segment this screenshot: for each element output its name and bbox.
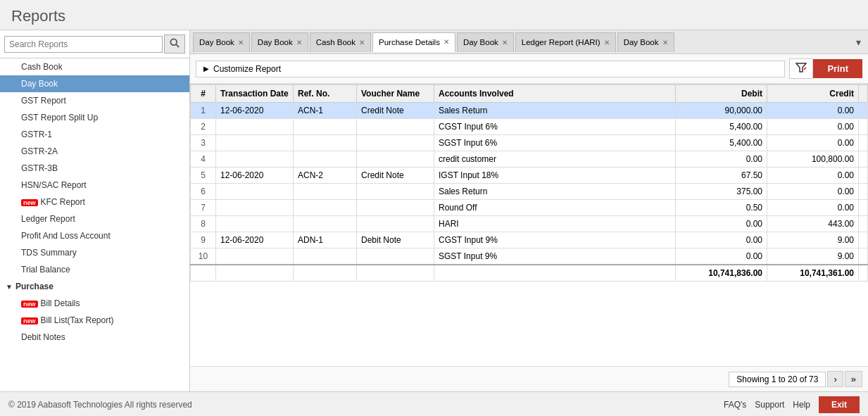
cell-voucher: Credit Note [357, 168, 434, 184]
cell-credit: 443.00 [767, 216, 859, 232]
cell-account: Sales Return [434, 184, 676, 200]
tab-1[interactable]: Day Book ✕ [251, 32, 308, 52]
footer-copyright: © 2019 Aabasoft Technologies All rights … [8, 400, 192, 410]
cell-credit: 0.00 [767, 200, 859, 216]
sidebar-item-billtax[interactable]: newBill List(Tax Report) [0, 312, 189, 329]
tab-close-5[interactable]: ✕ [604, 39, 610, 46]
total-credit: 10,741,361.00 [767, 265, 859, 282]
sidebar-item-daybook[interactable]: Day Book [0, 75, 189, 92]
tab-close-1[interactable]: ✕ [296, 39, 302, 46]
right-panel: Day Book ✕ Day Book ✕ Cash Book ✕ Purcha… [190, 30, 868, 391]
total-debit: 10,741,836.00 [676, 265, 767, 282]
cell-num: 8 [191, 216, 216, 232]
sidebar-item-debitnotes[interactable]: Debit Notes [0, 329, 189, 346]
sidebar-item-trial[interactable]: Trial Balance [0, 261, 189, 278]
search-button[interactable] [164, 34, 185, 53]
table-container: # Transaction Date Ref. No. Voucher Name… [190, 84, 868, 366]
cell-voucher [357, 216, 434, 232]
sidebar-item-gstreportsplitup[interactable]: GST Report Split Up [0, 109, 189, 126]
table-row[interactable]: 6 Sales Return 375.00 0.00 [191, 184, 868, 200]
customize-report-button[interactable]: ▶ Customize Report [196, 61, 785, 77]
cell-ref [294, 248, 357, 265]
tab-label-6: Day Book [624, 38, 659, 46]
tab-label-5: Ledger Report (HARI) [522, 38, 600, 46]
exit-button[interactable]: Exit [819, 396, 860, 413]
table-body: 1 12-06-2020 ACN-1 Credit Note Sales Ret… [191, 103, 868, 282]
table-row[interactable]: 1 12-06-2020 ACN-1 Credit Note Sales Ret… [191, 103, 868, 119]
cell-num: 10 [191, 248, 216, 265]
sidebar-item-tds[interactable]: TDS Summary [0, 244, 189, 261]
cell-ref [294, 216, 357, 232]
cell-voucher: Credit Note [357, 103, 434, 119]
cell-debit: 5,400.00 [676, 119, 767, 135]
sidebar-item-hsnsac[interactable]: HSN/SAC Report [0, 177, 189, 194]
tab-3[interactable]: Purchase Details ✕ [372, 32, 455, 52]
app-title: Reports [11, 7, 65, 25]
svg-line-1 [176, 44, 179, 47]
col-ref: Ref. No. [294, 85, 357, 103]
cell-voucher [357, 200, 434, 216]
cell-num: 2 [191, 119, 216, 135]
sidebar-item-profitloss[interactable]: Profit And Loss Account [0, 227, 189, 244]
table-row[interactable]: 2 CGST Input 6% 5,400.00 0.00 [191, 119, 868, 135]
cell-num: 6 [191, 184, 216, 200]
cell-account: CGST Input 9% [434, 232, 676, 248]
table-row[interactable]: 8 HARI 0.00 443.00 [191, 216, 868, 232]
sidebar-item-gstr3b[interactable]: GSTR-3B [0, 160, 189, 177]
sidebar-item-cashbook[interactable]: Cash Book [0, 58, 189, 75]
filter-button[interactable] [789, 58, 813, 79]
tab-overflow-button[interactable]: ▾ [852, 35, 865, 49]
cell-debit: 0.00 [676, 216, 767, 232]
cell-num: 4 [191, 151, 216, 168]
tab-2[interactable]: Cash Book ✕ [310, 32, 371, 52]
footer-help[interactable]: Help [793, 400, 810, 410]
sidebar-item-ledger[interactable]: Ledger Report [0, 210, 189, 227]
table-row[interactable]: 3 SGST Input 6% 5,400.00 0.00 [191, 135, 868, 151]
cell-ref [294, 119, 357, 135]
search-input[interactable] [4, 36, 163, 53]
tab-0[interactable]: Day Book ✕ [193, 32, 250, 52]
sidebar-item-billdetails[interactable]: newBill Details [0, 295, 189, 312]
cell-debit: 375.00 [676, 184, 767, 200]
cell-voucher [357, 119, 434, 135]
sidebar-item-gstreport[interactable]: GST Report [0, 92, 189, 109]
footer-faqs[interactable]: FAQ's [724, 400, 746, 410]
tab-6[interactable]: Day Book ✕ [617, 32, 674, 52]
table-row[interactable]: 7 Round Off 0.50 0.00 [191, 200, 868, 216]
tab-4[interactable]: Day Book ✕ [457, 32, 514, 52]
tab-close-4[interactable]: ✕ [502, 39, 508, 46]
sidebar-section-purchase[interactable]: ▼ Purchase [0, 278, 189, 295]
page-last-button[interactable]: » [845, 371, 862, 387]
tab-label-0: Day Book [199, 38, 234, 46]
cell-account: Sales Return [434, 103, 676, 119]
page-next-button[interactable]: › [827, 371, 843, 387]
tab-close-6[interactable]: ✕ [662, 39, 668, 46]
print-button[interactable]: Print [813, 59, 862, 78]
cell-account: SGST Input 9% [434, 248, 676, 265]
main-layout: Cash Book Day Book GST Report GST Report… [0, 30, 868, 391]
cell-account: IGST Input 18% [434, 168, 676, 184]
tab-close-0[interactable]: ✕ [238, 39, 244, 46]
cell-credit: 9.00 [767, 232, 859, 248]
sidebar-item-kfc[interactable]: newKFC Report [0, 194, 189, 210]
table-row[interactable]: 9 12-06-2020 ADN-1 Debit Note CGST Input… [191, 232, 868, 248]
cell-debit: 0.00 [676, 151, 767, 168]
sidebar-item-gstr2a[interactable]: GSTR-2A [0, 143, 189, 160]
tab-close-3[interactable]: ✕ [444, 38, 449, 46]
tab-close-2[interactable]: ✕ [359, 39, 365, 46]
cell-voucher [357, 248, 434, 265]
search-bar [0, 30, 189, 58]
table-row[interactable]: 5 12-06-2020 ACN-2 Credit Note IGST Inpu… [191, 168, 868, 184]
app-footer: © 2019 Aabasoft Technologies All rights … [0, 391, 868, 416]
tab-5[interactable]: Ledger Report (HARI) ✕ [515, 32, 616, 52]
sidebar-item-gstr1[interactable]: GSTR-1 [0, 126, 189, 143]
col-voucher: Voucher Name [357, 85, 434, 103]
table-row[interactable]: 4 credit customer 0.00 100,800.00 [191, 151, 868, 168]
cell-debit: 0.50 [676, 200, 767, 216]
footer-support[interactable]: Support [755, 400, 784, 410]
col-debit: Debit [676, 85, 767, 103]
table-row[interactable]: 10 SGST Input 9% 0.00 9.00 [191, 248, 868, 265]
cell-num: 1 [191, 103, 216, 119]
cell-date [216, 216, 294, 232]
cell-date: 12-06-2020 [216, 103, 294, 119]
